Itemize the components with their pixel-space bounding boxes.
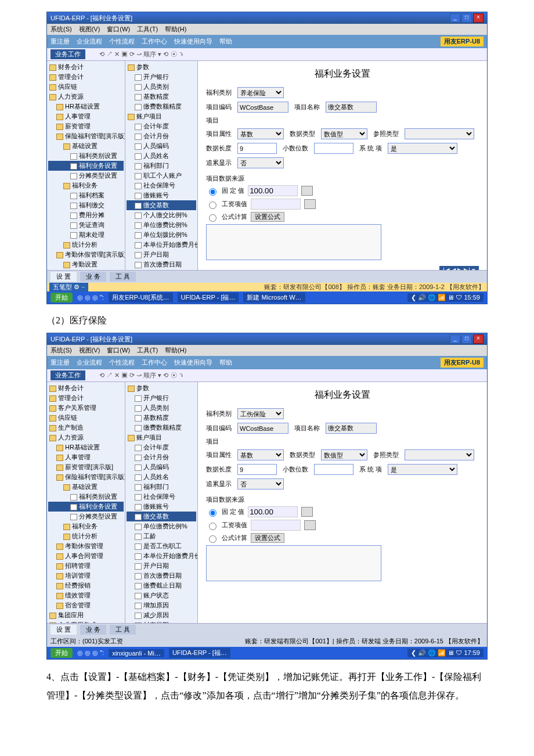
tree-node[interactable]: 缴费数额精度 [127, 102, 196, 111]
tree-node[interactable]: 福利类别设置 [48, 492, 124, 502]
tree-node[interactable]: 人力资源 [48, 433, 124, 442]
radio-wage[interactable] [209, 201, 217, 209]
left-nav-tree[interactable]: 财务会计管理会计供应链人力资源HR基础设置人事管理薪资管理保险福利管理[演示版]… [47, 61, 125, 270]
doc-toolbar-icons[interactable]: ⟲ ↗ ✕ ▣ ⟳ ⤻ 顺序 ▾ ⟲ ☉ ⤵ [99, 371, 184, 380]
tree-node[interactable]: 分摊类型设置 [48, 171, 124, 181]
tree-node[interactable]: 缴费数额精度 [127, 423, 196, 433]
tree-node[interactable]: 福利业务设置 [48, 502, 124, 512]
code-input[interactable] [237, 423, 288, 434]
menu-view[interactable]: 视图(V) [79, 346, 100, 355]
name-input[interactable] [326, 102, 377, 113]
pager-icons[interactable]: |◀ ◀ ▶ ▶| ▾ [439, 266, 479, 270]
tree-node[interactable]: 人力资源 [48, 92, 124, 102]
tree-node[interactable]: 会计月份 [127, 452, 196, 462]
tree-node[interactable]: 基数精度 [127, 92, 196, 102]
tree-node[interactable]: 开户银行 [127, 72, 196, 82]
tree-node[interactable]: 参数 [127, 383, 196, 393]
tree-node[interactable]: 考勤设置 [48, 260, 124, 269]
menu-help[interactable]: 帮助(H) [165, 25, 186, 34]
maximize-button[interactable]: □ [461, 334, 472, 344]
tree-node[interactable]: 人员类别 [127, 403, 196, 413]
sys-select[interactable]: 是 [388, 464, 457, 475]
fixed-picker-button[interactable] [301, 507, 313, 517]
radio-fixed[interactable] [209, 188, 217, 196]
formula-textarea[interactable] [206, 545, 381, 581]
menu-system[interactable]: 系统(S) [50, 25, 72, 34]
tree-node[interactable]: 培训管理 [48, 571, 124, 581]
tree-node[interactable]: 供应链 [48, 82, 124, 92]
tree-node[interactable]: 参数 [127, 62, 196, 72]
fixed-picker-button[interactable] [301, 186, 313, 196]
tree-node[interactable]: 统计分析 [48, 240, 124, 250]
dec-input[interactable] [314, 464, 353, 475]
ref-select[interactable] [405, 128, 474, 139]
tree-node[interactable]: 首次缴费日期 [127, 260, 196, 269]
tree-node[interactable]: 福利档案 [48, 190, 124, 200]
menu-tools[interactable]: 工具(T) [137, 25, 158, 34]
tree-node[interactable]: HR基础设置 [48, 102, 124, 111]
minimize-button[interactable]: _ [450, 13, 460, 23]
sys-select[interactable]: 是 [388, 143, 457, 154]
tree-node[interactable]: 基础设置 [48, 141, 124, 151]
fixed-value-input[interactable] [248, 185, 298, 196]
tree-node[interactable]: 考勤类别 [48, 269, 124, 270]
subbar-tab[interactable]: 业务工作 [50, 49, 85, 59]
task-item-3[interactable]: 新建 Microsoft W… [243, 293, 305, 303]
disp-select[interactable]: 否 [237, 478, 284, 489]
ime-label[interactable]: 五笔型 ⚙ ·· [49, 283, 88, 291]
tree-node[interactable]: 统计分析 [48, 531, 124, 541]
ref-select[interactable] [405, 449, 474, 460]
field-tree[interactable]: 参数开户银行人员类别基数精度缴费数额精度账户项目会计年度会计月份人员编码人员姓名… [125, 61, 198, 270]
minimize-button[interactable]: _ [450, 334, 460, 344]
tree-node[interactable]: 集团应用 [48, 610, 124, 620]
tb-relogin[interactable]: 重注册 [50, 358, 70, 367]
tree-node[interactable]: 客户关系管理 [48, 403, 124, 413]
tab-settings-bottom[interactable]: 设 置 [50, 625, 77, 635]
tree-node[interactable]: 福利业务设置 [48, 161, 124, 171]
tree-node[interactable]: 考勤休假管理 [48, 541, 124, 551]
tb-personal[interactable]: 个性流程 [109, 37, 135, 46]
close-button[interactable]: × [473, 13, 484, 23]
start-button[interactable]: 开始 [50, 648, 73, 658]
tree-node[interactable]: 宿舍管理 [48, 600, 124, 610]
tree-node[interactable]: 生产制造 [48, 423, 124, 433]
tree-node[interactable]: 缴交基数 [127, 200, 196, 210]
field-tree[interactable]: 参数开户银行人员类别基数精度缴费数额精度账户项目会计年度会计月份人员编码人员姓名… [125, 382, 198, 623]
category-select[interactable]: 养老保险 [237, 87, 284, 98]
tb-help[interactable]: 帮助 [219, 358, 232, 367]
tree-node[interactable]: 缴账账号 [127, 190, 196, 200]
radio-fixed[interactable] [209, 509, 217, 517]
tb-enterprise[interactable]: 企业流程 [77, 37, 102, 46]
tree-node[interactable]: 管理会计 [48, 72, 124, 82]
tree-node[interactable]: 缴费截止日期 [127, 269, 196, 270]
dec-input[interactable] [314, 143, 353, 154]
len-input[interactable] [237, 464, 277, 475]
disp-select[interactable]: 否 [237, 157, 284, 168]
task-item-2[interactable]: UFIDA-ERP - [福… [169, 648, 230, 658]
tree-node[interactable]: 管理会计 [48, 393, 124, 403]
tree-node[interactable]: 费用分摊 [48, 210, 124, 220]
tree-node[interactable]: 缴账账号 [127, 502, 196, 512]
tb-relogin[interactable]: 重注册 [50, 37, 70, 46]
attr-select[interactable]: 基数 [237, 449, 284, 460]
tree-node[interactable]: 单位缴费比例% [127, 220, 196, 230]
task-item-1[interactable]: xinxiguanli - Mi… [109, 649, 164, 657]
tree-node[interactable]: 人事管理 [48, 111, 124, 121]
fixed-value-input[interactable] [248, 506, 298, 517]
tree-node[interactable]: 招聘管理 [48, 561, 124, 571]
tree-node[interactable]: 社会保障号 [127, 492, 196, 502]
menu-help[interactable]: 帮助(H) [165, 346, 186, 355]
tree-node[interactable]: 开户日期 [127, 561, 196, 571]
maximize-button[interactable]: □ [461, 13, 472, 23]
tree-node[interactable]: 绩效管理 [48, 591, 124, 600]
system-tray[interactable]: ❮ 🔊 🌐 📶 🖥 🛡 15:59 [407, 293, 484, 302]
tree-node[interactable]: 账户项目 [127, 433, 196, 442]
tree-node[interactable]: 薪资管理[演示版] [48, 462, 124, 472]
system-tray[interactable]: ❮ 🔊 🌐 📶 🖥 🛡 17:59 [407, 649, 484, 657]
tb-workcenter[interactable]: 工作中心 [142, 358, 167, 367]
tree-node[interactable]: 开户日期 [127, 250, 196, 260]
tree-node[interactable]: 工龄 [127, 531, 196, 541]
formula-textarea[interactable] [206, 224, 381, 260]
tree-node[interactable]: 账户项目 [127, 111, 196, 121]
wage-picker-button[interactable] [304, 199, 316, 209]
